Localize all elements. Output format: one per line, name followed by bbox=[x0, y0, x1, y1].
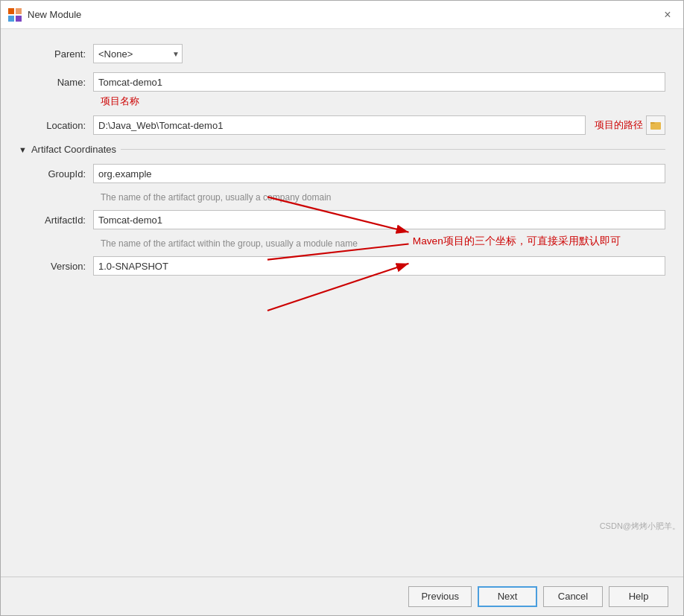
location-label: Location: bbox=[19, 120, 93, 131]
location-annotation: 项目的路径 bbox=[595, 118, 643, 132]
version-input[interactable] bbox=[93, 256, 665, 276]
location-field-container: 项目的路径 bbox=[93, 115, 665, 135]
dialog-title: New Module bbox=[28, 9, 653, 20]
location-input[interactable] bbox=[93, 115, 586, 135]
artifactid-hint: The name of the artifact within the grou… bbox=[101, 238, 665, 249]
artifactid-row: ArtifactId: bbox=[19, 210, 665, 229]
next-button[interactable]: Next bbox=[478, 586, 537, 607]
parent-select-container: <None> ▼ bbox=[93, 44, 183, 63]
artifact-section-header: ▼ Artifact Coordinates bbox=[19, 144, 665, 155]
name-input[interactable] bbox=[93, 72, 665, 92]
groupid-hint: The name of the artifact group, usually … bbox=[101, 192, 665, 203]
annotation-arrows: Maven项目的三个坐标，可直接采用默认即可 bbox=[1, 29, 683, 577]
dialog-footer: Previous Next Cancel Help bbox=[1, 577, 683, 615]
parent-label: Parent: bbox=[19, 48, 93, 60]
artifactid-input[interactable] bbox=[93, 210, 665, 229]
name-annotation: 项目名称 bbox=[101, 95, 139, 108]
section-title: Artifact Coordinates bbox=[31, 144, 116, 155]
help-button[interactable]: Help bbox=[609, 586, 668, 607]
browse-button[interactable] bbox=[646, 115, 665, 135]
groupid-row: GroupId: bbox=[19, 164, 665, 183]
section-toggle-icon[interactable]: ▼ bbox=[19, 145, 27, 154]
location-row: Location: 项目的路径 bbox=[19, 115, 665, 135]
watermark: CSDN@烤烤小肥羊。 bbox=[600, 521, 680, 532]
parent-select[interactable]: <None> bbox=[93, 44, 183, 63]
artifactid-label: ArtifactId: bbox=[19, 215, 93, 226]
module-icon bbox=[8, 8, 22, 22]
name-label: Name: bbox=[19, 77, 93, 88]
svg-rect-2 bbox=[8, 16, 14, 22]
svg-rect-3 bbox=[16, 16, 22, 22]
name-field-container bbox=[93, 72, 665, 92]
version-row: Version: bbox=[19, 256, 665, 276]
dialog-content: Parent: <None> ▼ Name: 项目名称 Location: bbox=[1, 29, 683, 577]
section-divider bbox=[121, 149, 665, 150]
parent-row: Parent: <None> ▼ bbox=[19, 44, 665, 63]
close-button[interactable]: × bbox=[659, 7, 676, 23]
groupid-label: GroupId: bbox=[19, 168, 93, 180]
version-label: Version: bbox=[19, 261, 93, 272]
svg-rect-0 bbox=[8, 8, 14, 14]
title-bar: New Module × bbox=[1, 1, 683, 29]
cancel-button[interactable]: Cancel bbox=[543, 586, 603, 607]
groupid-input[interactable] bbox=[93, 164, 665, 183]
new-module-dialog: New Module × Parent: <None> ▼ Name: 项目名称 bbox=[0, 0, 684, 616]
previous-button[interactable]: Previous bbox=[408, 586, 472, 607]
svg-rect-1 bbox=[16, 8, 22, 14]
name-row: Name: bbox=[19, 72, 665, 92]
folder-icon bbox=[650, 120, 661, 130]
